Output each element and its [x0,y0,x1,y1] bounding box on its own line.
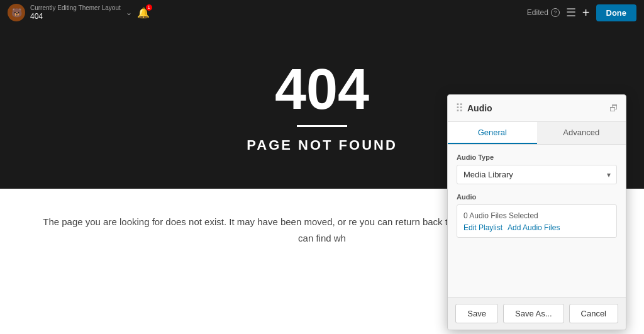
topbar-title: Currently Editing Themer Layout 404 [30,4,121,21]
list-icon[interactable]: ☰ [566,6,576,19]
audio-type-select[interactable]: Media Library [457,165,617,184]
audio-files-box: 0 Audio Files Selected Edit Playlist Add… [457,204,617,238]
help-icon[interactable]: ? [551,8,560,17]
audio-panel-footer: Save Save As... Cancel [448,297,626,330]
tab-general[interactable]: General [448,122,537,144]
audio-panel-header: ⠿ Audio 🗗 [448,95,626,122]
audio-type-select-wrapper: Media Library ▾ [457,165,617,184]
page-404-number: 404 [275,61,369,118]
add-icon[interactable]: + [582,6,590,20]
edit-playlist-link[interactable]: Edit Playlist [464,223,502,232]
topbar-right: Edited ? ☰ + Done [527,4,636,21]
chevron-down-icon[interactable]: ⌄ [126,8,132,17]
add-audio-files-link[interactable]: Add Audio Files [508,223,560,232]
done-button[interactable]: Done [596,4,637,21]
audio-panel-spacer [448,247,626,297]
audio-files-links: Edit Playlist Add Audio Files [464,223,610,232]
audio-tabs: General Advanced [448,122,626,145]
drag-handle-icon[interactable]: ⠿ [455,101,464,115]
layout-name: 404 [30,12,121,21]
minimize-icon[interactable]: 🗗 [609,103,618,113]
audio-files-count: 0 Audio Files Selected [464,211,610,220]
notification-bell[interactable]: 🔔 1 [137,7,150,19]
canvas: 404 PAGE NOT FOUND The page you are look… [0,25,644,334]
app-logo: 🐻 [8,4,25,21]
audio-panel-content: Audio Type Media Library ▾ Audio 0 Audio… [448,145,626,247]
audio-section-label: Audio [457,193,617,201]
cancel-button[interactable]: Cancel [569,304,618,323]
edited-status: Edited ? [527,8,560,17]
page-404-tagline: PAGE NOT FOUND [247,137,397,153]
notification-badge: 1 [146,4,152,11]
topbar: 🐻 Currently Editing Themer Layout 404 ⌄ … [0,0,644,25]
audio-panel-title: Audio [467,103,609,113]
tab-advanced[interactable]: Advanced [537,122,626,144]
editing-label: Currently Editing Themer Layout [30,4,121,12]
audio-panel: ⠿ Audio 🗗 General Advanced Audio Type Me… [447,94,626,330]
topbar-left: 🐻 Currently Editing Themer Layout 404 ⌄ … [8,4,522,21]
save-as-button[interactable]: Save As... [503,304,564,323]
audio-type-label: Audio Type [457,153,617,161]
page-404-divider [297,125,347,127]
save-button[interactable]: Save [455,304,498,323]
